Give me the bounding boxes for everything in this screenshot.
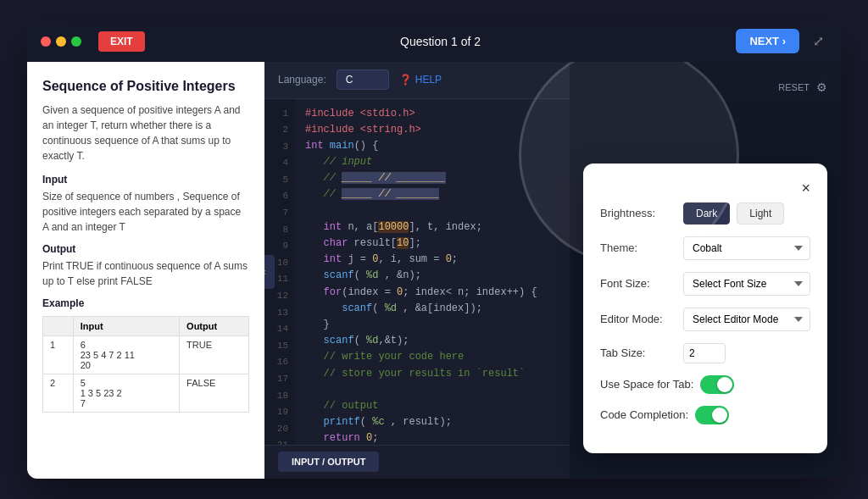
row1-output: TRUE: [180, 335, 249, 374]
minimize-traffic-light[interactable]: [56, 36, 66, 47]
light-brightness-button[interactable]: Light: [737, 202, 784, 225]
use-space-label: Use Space for Tab:: [600, 378, 693, 391]
settings-panel: × Brightness: Dark Light Theme: Cobalt M…: [583, 164, 827, 453]
use-space-row: Use Space for Tab:: [600, 375, 810, 394]
ln-12: 12: [264, 288, 295, 305]
ln-6: 6: [264, 188, 295, 205]
ln-21: 21: [264, 437, 295, 444]
ln-13: 13: [264, 305, 295, 322]
editor-mode-select[interactable]: Select Editor Mode Normal Vim Emacs: [683, 308, 810, 331]
input-section-label: Input: [42, 174, 249, 186]
overlay-gear-icon[interactable]: ⚙: [816, 80, 827, 94]
ln-5: 5: [264, 172, 295, 189]
table-col-input: Input: [73, 316, 179, 335]
example-label: Example: [42, 297, 249, 309]
settings-close-button[interactable]: ×: [801, 180, 810, 196]
help-button[interactable]: ❓ HELP: [399, 74, 442, 86]
question-text: Question: [400, 35, 448, 48]
ln-9: 9: [264, 238, 295, 255]
row2-num: 2: [43, 374, 74, 412]
language-label: Language:: [278, 74, 326, 86]
question-number-value: 1: [451, 35, 458, 48]
table-col-num: [43, 316, 74, 335]
ln-8: 8: [264, 222, 295, 239]
font-size-row: Font Size: Select Font Size 12px 14px 16…: [600, 272, 810, 296]
output-section-text: Print TRUE if continuous sequence of A s…: [42, 258, 249, 289]
close-traffic-light[interactable]: [41, 36, 51, 47]
settings-title-bar: RESET ⚙: [570, 62, 841, 113]
brightness-row: Brightness: Dark Light: [600, 202, 810, 225]
editor-mode-row: Editor Mode: Select Editor Mode Normal V…: [600, 308, 810, 331]
theme-select[interactable]: Cobalt Monokai Default Dark: [683, 236, 810, 260]
tab-size-input[interactable]: [683, 343, 726, 363]
tab-size-label: Tab Size:: [600, 347, 676, 359]
code-completion-row: Code Completion:: [600, 406, 810, 424]
ln-20: 20: [264, 421, 295, 438]
row1-input: 6 23 5 4 7 2 11 20: [73, 335, 179, 374]
ln-7: 7: [264, 205, 295, 222]
table-row: 2 5 1 3 5 23 2 7 FALSE: [43, 374, 249, 412]
traffic-lights: [41, 36, 81, 47]
tab-size-row: Tab Size:: [600, 343, 810, 363]
exit-button[interactable]: EXIT: [98, 31, 145, 52]
ln-17: 17: [264, 371, 295, 388]
output-section-label: Output: [42, 243, 249, 255]
example-table: Input Output 1 6 23 5 4 7 2 11 20 TRUE 2…: [42, 316, 249, 413]
ln-18: 18: [264, 388, 295, 405]
dark-brightness-button[interactable]: Dark: [683, 202, 730, 225]
ln-16: 16: [264, 354, 295, 371]
ln-2: 2: [264, 122, 295, 139]
help-label: HELP: [415, 74, 442, 86]
language-select[interactable]: C C++ Java: [337, 69, 389, 90]
code-completion-label: Code Completion:: [600, 408, 688, 421]
problem-title: Sequence of Positive Integers: [42, 79, 249, 94]
table-col-output: Output: [180, 316, 249, 335]
next-button[interactable]: NEXT ›: [736, 29, 799, 53]
input-output-tab[interactable]: INPUT / OUTPUT: [278, 452, 379, 472]
editor-mode-label: Editor Mode:: [600, 313, 676, 325]
collapse-panel-button[interactable]: ‹: [264, 255, 275, 289]
main-content: Sequence of Positive Integers Given a se…: [27, 62, 841, 479]
titlebar: EXIT Question 1 of 2 NEXT › ⤢: [27, 21, 841, 62]
font-size-label: Font Size:: [600, 277, 676, 290]
ln-14: 14: [264, 321, 295, 338]
row1-num: 1: [43, 335, 74, 374]
font-size-select[interactable]: Select Font Size 12px 14px 16px: [683, 272, 810, 296]
row2-input: 5 1 3 5 23 2 7: [73, 374, 179, 412]
brightness-label: Brightness:: [600, 207, 676, 219]
ln-1: 1: [264, 106, 295, 123]
ln-4: 4: [264, 155, 295, 172]
theme-label: Theme:: [600, 241, 676, 254]
of-text: of: [461, 35, 471, 48]
code-completion-toggle[interactable]: [695, 406, 729, 424]
left-panel: Sequence of Positive Integers Given a se…: [27, 62, 264, 479]
input-section-text: Size of sequence of numbers , Sequence o…: [42, 189, 249, 235]
problem-description: Given a sequence of positive integers A …: [42, 103, 249, 164]
use-space-toggle[interactable]: [700, 375, 734, 394]
fullscreen-button[interactable]: ⤢: [810, 30, 827, 53]
editor-panel: Language: C C++ Java ❓ HELP RESET ⚙ ‹: [264, 62, 841, 479]
help-icon: ❓: [399, 74, 412, 86]
overlay-reset-label[interactable]: RESET: [778, 82, 810, 92]
ln-3: 3: [264, 139, 295, 156]
ln-15: 15: [264, 338, 295, 355]
total-questions-value: 2: [474, 35, 481, 48]
question-label: Question 1 of 2: [155, 35, 726, 48]
ln-19: 19: [264, 404, 295, 421]
main-window: EXIT Question 1 of 2 NEXT › ⤢ Sequence o…: [27, 21, 841, 479]
settings-overlay: RESET ⚙ × Brightness: Dark Light: [570, 62, 841, 479]
theme-row: Theme: Cobalt Monokai Default Dark: [600, 236, 810, 260]
row2-output: FALSE: [180, 374, 249, 412]
maximize-traffic-light[interactable]: [71, 36, 81, 47]
table-row: 1 6 23 5 4 7 2 11 20 TRUE: [43, 335, 249, 374]
